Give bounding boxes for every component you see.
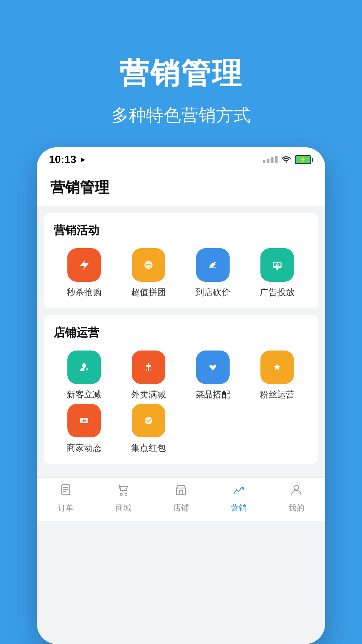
group-buy-item[interactable]: 超值拼团 (118, 248, 179, 298)
status-bar: 10:13 ▸ ⚡ (37, 147, 325, 170)
location-icon: ▸ (81, 155, 85, 164)
advertise-icon (260, 248, 294, 282)
svg-rect-9 (276, 268, 279, 269)
nav-marketing[interactable]: 营销 (210, 483, 267, 513)
new-discount-label: 新客立减 (67, 389, 102, 400)
marketing-icon (232, 483, 245, 500)
in-store-label: 到店砍价 (195, 286, 230, 298)
flash-sale-label: 秒杀抢购 (67, 286, 102, 298)
combo-icon (196, 351, 230, 384)
mine-icon (290, 483, 303, 500)
status-time: 10:13 ▸ (49, 153, 85, 166)
svg-point-34 (294, 485, 299, 490)
svg-rect-17 (146, 369, 147, 371)
svg-point-31 (125, 493, 127, 495)
marketing-section-title: 营销活动 (54, 223, 308, 238)
battery-icon: ⚡ (295, 155, 313, 164)
orders-label: 订单 (58, 502, 74, 513)
delivery-item[interactable]: 外卖满减 (118, 351, 179, 400)
fans-item[interactable]: 粉丝运营 (247, 351, 308, 400)
group-buy-icon (132, 248, 165, 282)
store-section-title: 店铺运营 (54, 325, 308, 340)
svg-rect-18 (150, 369, 150, 371)
page-header: 营销管理 (37, 170, 325, 206)
delivery-icon (132, 351, 165, 384)
flash-sale-icon (67, 248, 101, 282)
mall-label: 商城 (115, 502, 131, 513)
mall-icon (117, 483, 130, 500)
nav-store[interactable]: 店铺 (152, 483, 210, 513)
bottom-nav: 订单 商城 (37, 477, 325, 521)
combo-item[interactable]: 菜品搭配 (182, 351, 243, 400)
svg-text:¥: ¥ (86, 368, 88, 372)
svg-rect-32 (177, 488, 185, 495)
phone-page-title: 营销管理 (50, 178, 312, 198)
mine-label: 我的 (288, 502, 304, 513)
marketing-label: 营销 (231, 502, 247, 513)
svg-rect-4 (209, 267, 216, 268)
store-icon (174, 483, 188, 500)
in-store-icon (196, 248, 230, 282)
store-section: 店铺运营 ¥ 新客立减 (44, 315, 318, 464)
svg-point-11 (82, 363, 86, 367)
svg-rect-15 (148, 363, 149, 371)
signal-icon (263, 156, 278, 163)
wifi-icon (282, 154, 291, 165)
new-discount-item[interactable]: ¥ 新客立减 (54, 351, 115, 400)
nav-mine[interactable]: 我的 (267, 483, 325, 513)
marketing-section: 营销活动 秒杀抢购 (44, 213, 318, 308)
svg-point-25 (145, 417, 152, 424)
nav-orders[interactable]: 订单 (37, 483, 95, 513)
group-buy-label: 超值拼团 (131, 286, 166, 298)
content-area: 营销活动 秒杀抢购 (37, 206, 325, 477)
page-main-title: 营销管理 (13, 54, 349, 94)
merchant-label: 商家动态 (67, 442, 102, 454)
merchant-item[interactable]: 商家动态 (54, 404, 115, 454)
nav-mall[interactable]: 商城 (95, 483, 152, 513)
header-section: 营销管理 多种特色营销方式 (0, 0, 362, 147)
fans-label: 粉丝运营 (260, 389, 295, 400)
new-discount-icon: ¥ (67, 351, 101, 384)
status-icons: ⚡ (263, 154, 313, 165)
combo-label: 菜品搭配 (195, 389, 230, 400)
advertise-label: 广告投放 (260, 286, 295, 298)
page-sub-title: 多种特色营销方式 (13, 104, 349, 127)
orders-icon (59, 483, 72, 500)
merchant-icon (67, 404, 101, 437)
marketing-grid: 秒杀抢购 超值拼团 (54, 248, 308, 298)
redpack-icon (132, 404, 165, 437)
store-label: 店铺 (173, 502, 189, 513)
flash-sale-item[interactable]: 秒杀抢购 (54, 248, 115, 298)
store-grid: ¥ 新客立减 (54, 351, 308, 454)
advertise-item[interactable]: 广告投放 (247, 248, 308, 298)
svg-point-30 (120, 493, 122, 495)
in-store-item[interactable]: 到店砍价 (182, 248, 243, 298)
redpack-item[interactable]: 集点红包 (118, 404, 179, 454)
svg-rect-33 (180, 490, 182, 495)
redpack-label: 集点红包 (131, 442, 166, 454)
delivery-label: 外卖满减 (131, 389, 166, 400)
svg-rect-16 (146, 365, 151, 367)
phone-mockup: 10:13 ▸ ⚡ (37, 147, 325, 644)
fans-icon (260, 351, 294, 384)
